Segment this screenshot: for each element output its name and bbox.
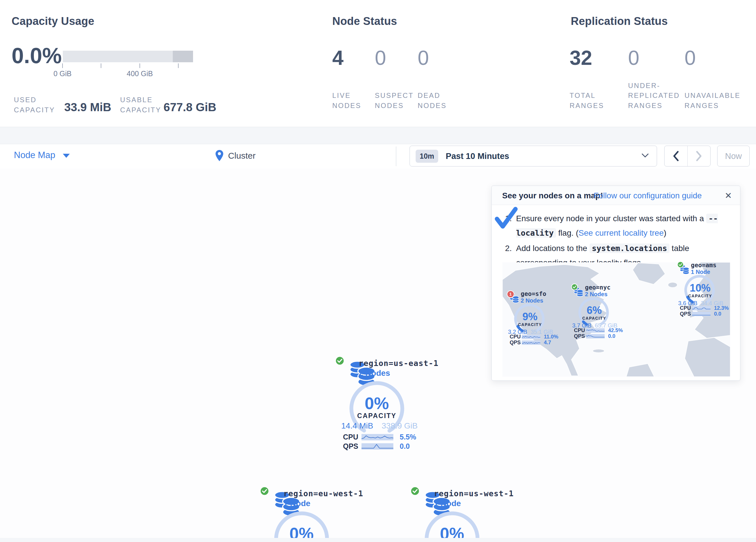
node-map-page: Capacity Usage 0.0% 0 GiB 400 GiB USED C… xyxy=(0,0,756,542)
qps-label: QPS xyxy=(343,442,360,451)
cpu-value: 12.3% xyxy=(714,305,729,311)
completed-check-icon xyxy=(493,206,519,231)
qps-sparkline xyxy=(586,334,605,339)
qps-label: QPS xyxy=(510,340,521,346)
total-ranges-value: 32 xyxy=(570,46,592,69)
qps-sparkline xyxy=(362,443,393,450)
axis-tick xyxy=(101,63,101,68)
capacity-usage-bar-reserved xyxy=(173,51,193,62)
capacity-label: CAPACITY xyxy=(334,412,419,420)
total-capacity: 338.9 GiB xyxy=(381,421,418,431)
configuration-guide-link[interactable]: Follow our configuration guide xyxy=(594,191,702,200)
time-nav-arrows xyxy=(664,146,711,166)
locality-title: region=eu-west-1 xyxy=(283,489,363,498)
capacity-usage-bar xyxy=(63,51,193,62)
capacity-label: CAPACITY xyxy=(682,294,718,298)
locality-card-eu-west-1[interactable]: region=eu-west-1 1 Node 0% CAPACITY 9.9 … xyxy=(259,486,346,542)
capacity-label: CAPACITY xyxy=(512,322,548,327)
popup-header: See your nodes on a map! Follow our conf… xyxy=(492,186,740,205)
view-selector-label: Node Map xyxy=(14,150,55,160)
locality-tree-link[interactable]: See current locality tree xyxy=(579,228,664,237)
replication-status-title: Replication Status xyxy=(571,15,668,27)
close-icon[interactable]: ✕ xyxy=(725,190,732,201)
time-range-badge: 10m xyxy=(416,150,438,163)
popup-title: See your nodes on a map! xyxy=(502,191,603,200)
locality-title: geo=sfo xyxy=(521,291,546,297)
locality-card-us-west-1[interactable]: region=us-west-1 1 Node 0% CAPACITY 9.6 … xyxy=(410,486,496,542)
axis-tick-label: 0 GiB xyxy=(54,69,72,78)
instruction-step-1: 1. Ensure every node in your cluster was… xyxy=(505,211,729,240)
healthy-check-badge xyxy=(677,261,684,268)
total-ranges-label: TOTAL RANGES xyxy=(570,91,610,111)
cpu-sparkline xyxy=(362,434,393,440)
time-range-dropdown[interactable]: 10m Past 10 Minutes xyxy=(410,146,657,166)
live-nodes-label: LIVE NODES xyxy=(332,91,367,111)
node-status-title: Node Status xyxy=(332,15,397,27)
chevron-down-icon xyxy=(641,153,649,159)
locality-title: region=us-west-1 xyxy=(434,489,514,498)
healthy-check-badge xyxy=(410,486,420,496)
chevron-right-icon xyxy=(696,151,702,161)
cpu-value: 11.0% xyxy=(544,334,558,340)
suspect-nodes-label: SUSPECT NODES xyxy=(375,91,412,111)
capacity-usage-percent: 0.0% xyxy=(12,43,62,68)
axis-tick xyxy=(62,63,63,68)
dead-nodes-value: 0 xyxy=(418,46,429,69)
capacity-label: CAPACITY xyxy=(576,316,612,321)
time-next-button[interactable] xyxy=(688,146,711,166)
locality-title: region=us-east-1 xyxy=(359,359,438,368)
chevron-down-icon xyxy=(63,154,70,158)
locality-node-count[interactable]: 1 Node xyxy=(283,499,310,508)
healthy-check-badge xyxy=(260,486,269,496)
warning-count-badge: 1 xyxy=(507,291,514,298)
healthy-check-badge xyxy=(335,356,345,366)
map-config-popup: See your nodes on a map! Follow our conf… xyxy=(491,185,740,381)
time-prev-button[interactable] xyxy=(665,146,688,166)
used-capacity: 14.4 MiB xyxy=(341,421,373,431)
qps-sparkline xyxy=(692,312,711,316)
axis-tick xyxy=(140,63,140,68)
capacity-percent: 9% xyxy=(512,311,548,323)
breadcrumb[interactable]: Cluster xyxy=(215,149,256,162)
cpu-label: CPU xyxy=(574,328,586,334)
healthy-check-badge xyxy=(571,284,578,291)
live-nodes-value: 4 xyxy=(332,46,344,69)
locality-title: geo=nyc xyxy=(585,284,611,291)
under-replicated-ranges-label: UNDER-REPLICATED RANGES xyxy=(628,81,682,111)
view-selector-dropdown[interactable]: Node Map xyxy=(14,150,70,160)
cpu-label: CPU xyxy=(343,433,360,441)
locality-node-count[interactable]: 2 Nodes xyxy=(359,369,390,378)
cpu-label: CPU xyxy=(510,334,521,340)
capacity-percent: 0% xyxy=(334,394,419,413)
breadcrumb-label: Cluster xyxy=(228,151,256,161)
page-footer-strip xyxy=(0,538,756,542)
chevron-left-icon xyxy=(673,151,679,161)
qps-value: 0.0 xyxy=(400,442,410,451)
capacity-percent: 10% xyxy=(682,282,718,294)
axis-tick-label: 400 GiB xyxy=(127,69,153,78)
axis-tick xyxy=(178,63,179,68)
summary-bar: Capacity Usage 0.0% 0 GiB 400 GiB USED C… xyxy=(0,0,756,127)
qps-value: 4.7 xyxy=(544,340,551,346)
step-text: Ensure every node in your cluster was st… xyxy=(516,211,729,240)
qps-value: 0.0 xyxy=(714,311,721,317)
qps-value: 0.0 xyxy=(608,333,615,339)
locality-node-count[interactable]: 1 Node xyxy=(434,499,461,508)
qps-sparkline xyxy=(522,341,540,345)
map-node-geo-sfo[interactable]: 1 geo=sfo 2 Nodes 9% CAPACITY 3.2 GiB 35… xyxy=(506,290,555,345)
map-node-geo-ams[interactable]: geo=ams 1 Node 10% CAPACITY 3.6 GiB 34.4… xyxy=(676,261,725,316)
used-capacity-value: 33.9 MiB xyxy=(64,101,111,114)
used-capacity-label: USED CAPACITY xyxy=(14,95,60,115)
cpu-value: 5.5% xyxy=(400,433,416,441)
qps-label: QPS xyxy=(680,311,691,317)
cpu-sparkline xyxy=(586,328,605,333)
map-node-geo-nyc[interactable]: geo=nyc 2 Nodes 6% CAPACITY 3.7 GiB 65.7… xyxy=(570,284,619,339)
time-range-label: Past 10 Minutes xyxy=(446,151,509,161)
unavailable-ranges-label: UNAVAILABLE RANGES xyxy=(685,91,742,111)
usable-capacity-value: 677.8 GiB xyxy=(164,101,216,114)
capacity-percent: 6% xyxy=(576,304,612,317)
unavailable-ranges-value: 0 xyxy=(685,46,696,69)
locality-card-us-east-1[interactable]: region=us-east-1 2 Nodes 0% CAPACITY 14.… xyxy=(334,355,421,454)
locality-title: geo=ams xyxy=(691,262,717,269)
now-button[interactable]: Now xyxy=(717,146,750,166)
